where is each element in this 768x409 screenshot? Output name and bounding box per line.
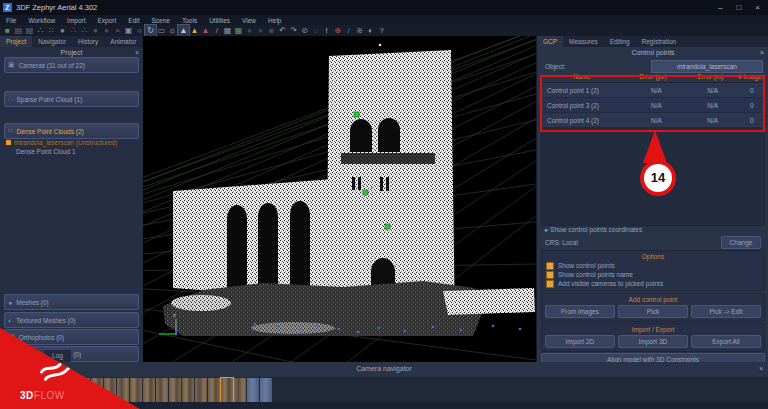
pen-blue-icon[interactable]: / (343, 25, 354, 36)
mask-icon[interactable]: ◐ (365, 25, 376, 36)
triangle-yellow-icon[interactable]: ▲ (189, 25, 200, 36)
sphere-dark2-icon[interactable]: ● (255, 25, 266, 36)
close-button[interactable]: × (755, 3, 760, 12)
points-green-icon[interactable]: ∴ (79, 25, 90, 36)
menu-edit[interactable]: Edit (122, 17, 145, 24)
menu-utilities[interactable]: Utilities (203, 17, 236, 24)
cameras-button[interactable]: ▣ Cameras (11 out of 22) (4, 57, 139, 73)
camera-thumbnail[interactable] (247, 378, 259, 402)
menu-workflow[interactable]: Workflow (22, 17, 61, 24)
sparse-points-icon[interactable]: ∴ (35, 25, 46, 36)
menu-import[interactable]: Import (61, 17, 91, 24)
right-panel-tabs: GCP Measures Editing Registration (537, 36, 768, 47)
import-export-header: Import / Export (542, 325, 764, 334)
wave-icon[interactable]: ≋ (354, 25, 365, 36)
camera-thumbnail[interactable] (130, 378, 142, 402)
menu-scene[interactable]: Scene (146, 17, 176, 24)
show-control-points-checkbox[interactable]: Show control points (542, 261, 764, 270)
menu-file[interactable]: File (0, 17, 22, 24)
tab-measures[interactable]: Measures (563, 36, 604, 47)
pick-button[interactable]: Pick (618, 305, 688, 318)
tab-project[interactable]: Project (0, 36, 32, 47)
import-3d-button[interactable]: Import 3D (618, 335, 688, 348)
pick-icon[interactable]: ⊕ (332, 25, 343, 36)
nave-arch-2 (258, 203, 278, 290)
panel-close-icon[interactable]: × (760, 47, 764, 58)
menu-tools[interactable]: Tools (176, 17, 203, 24)
tab-gcp[interactable]: GCP (537, 36, 563, 47)
open-project-icon[interactable]: ▤ (13, 25, 24, 36)
object-dropdown[interactable]: mirandola_laserscan (651, 60, 763, 73)
triangle-red-icon[interactable]: ▲ (200, 25, 211, 36)
camera-thumbnail[interactable] (156, 378, 168, 402)
camera-thumbnail[interactable] (221, 378, 233, 402)
new-project-icon[interactable]: ■ (2, 25, 13, 36)
square-dark-icon[interactable]: ■ (266, 25, 277, 36)
cloud-icon[interactable]: ● (90, 25, 101, 36)
tab-animator[interactable]: Animator (104, 36, 142, 47)
left-panel-tabs: Project Navigator History Animator (0, 36, 143, 47)
lasso-icon[interactable]: ◌ (310, 25, 321, 36)
control-point-marker[interactable] (385, 224, 390, 229)
triangle-tool-icon[interactable]: ▲ (178, 25, 189, 36)
camera-thumbnail[interactable] (143, 378, 155, 402)
menu-help[interactable]: Help (262, 17, 287, 24)
select-green-icon[interactable]: ▦ (233, 25, 244, 36)
show-coordinates-toggle[interactable]: ▸ Show control points coordinates (545, 226, 642, 234)
undo-icon[interactable]: ↶ (277, 25, 288, 36)
mesh-icon[interactable]: ● (57, 25, 68, 36)
show-control-points-name-checkbox[interactable]: Show control points name (542, 270, 764, 279)
screen-icon[interactable]: ▭ (156, 25, 167, 36)
menu-view[interactable]: View (236, 17, 262, 24)
tab-editing[interactable]: Editing (604, 36, 636, 47)
maximize-button[interactable]: □ (736, 3, 741, 12)
exclaim-icon[interactable]: ! (321, 25, 332, 36)
add-control-point-section: Add control point From images Pick Pick … (541, 293, 765, 322)
tab-history[interactable]: History (72, 36, 104, 47)
minimize-button[interactable]: – (718, 3, 722, 12)
menu-export[interactable]: Export (92, 17, 123, 24)
camera-navigator-close-icon[interactable]: × (759, 365, 763, 372)
checkbox-checked-icon (546, 262, 554, 270)
pick-edit-button[interactable]: Pick -> Edit (691, 305, 761, 318)
meshes-button[interactable]: ● Meshes (0) (4, 294, 139, 310)
dense-points-icon[interactable]: ∷ (46, 25, 57, 36)
bulb-icon[interactable]: ☼ (167, 25, 178, 36)
camera-thumbnail[interactable] (182, 378, 194, 402)
add-visible-cameras-checkbox[interactable]: Add visible cameras to picked points (542, 279, 764, 288)
orbit-icon[interactable]: ○ (134, 25, 145, 36)
cloud-dark-icon[interactable]: ● (101, 25, 112, 36)
import-2d-button[interactable]: Import 2D (545, 335, 615, 348)
from-images-button[interactable]: From images (545, 305, 615, 318)
reset-view-icon[interactable]: ↻ (145, 25, 156, 36)
rubble-highlight-2 (251, 322, 335, 334)
redo-icon[interactable]: ↷ (288, 25, 299, 36)
tab-navigator[interactable]: Navigator (32, 36, 72, 47)
camera-thumbnail[interactable] (208, 378, 220, 402)
points-red-icon[interactable]: ∴ (68, 25, 79, 36)
textured-meshes-button[interactable]: ◐ Textured Meshes (0) (4, 312, 139, 328)
dense-point-clouds-button[interactable]: ∷ Dense Point Clouds (2) (4, 123, 139, 139)
camera-thumbnail[interactable] (234, 378, 246, 402)
control-point-marker[interactable] (354, 112, 359, 117)
save-project-icon[interactable]: ▤ (24, 25, 35, 36)
camera-thumbnail[interactable] (260, 378, 272, 402)
export-all-button[interactable]: Export All (691, 335, 761, 348)
cut-icon[interactable]: × (112, 25, 123, 36)
circle-slash-icon[interactable]: ⊘ (299, 25, 310, 36)
sphere-dark-icon[interactable]: ● (244, 25, 255, 36)
viewport-3d[interactable]: z (143, 36, 536, 362)
help-icon[interactable]: ? (376, 25, 387, 36)
change-crs-button[interactable]: Change (721, 236, 761, 249)
brush-icon[interactable]: / (211, 25, 222, 36)
tree-item-dense-cloud[interactable]: Dense Point Cloud 1 (16, 148, 117, 155)
stray-point (379, 44, 382, 47)
select-grid-icon[interactable]: ▦ (222, 25, 233, 36)
camera-icon[interactable]: ▣ (123, 25, 134, 36)
camera-thumbnail[interactable] (169, 378, 181, 402)
camera-thumbnail[interactable] (195, 378, 207, 402)
tab-registration[interactable]: Registration (636, 36, 683, 47)
sparse-point-cloud-button[interactable]: ∴ Sparse Point Cloud (1) (4, 91, 139, 107)
control-point-marker[interactable] (363, 190, 368, 195)
tree-item-laserscan[interactable]: mirandola_laserscan (Unstructured) (6, 139, 117, 146)
